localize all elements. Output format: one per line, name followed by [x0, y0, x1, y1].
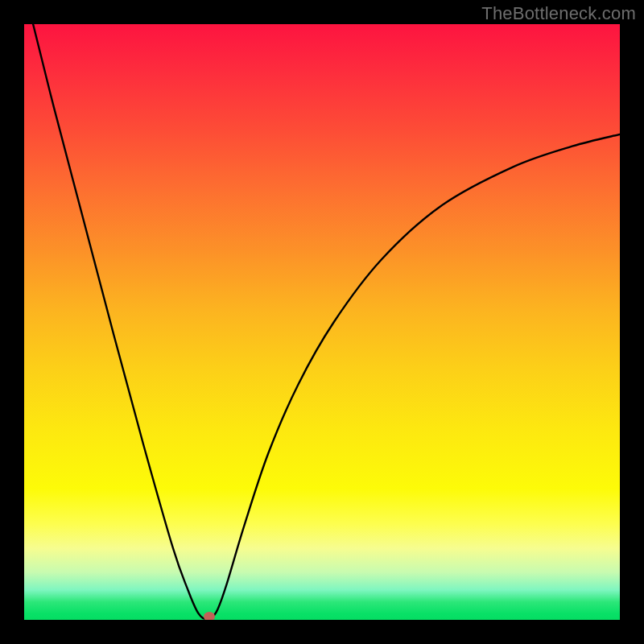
bottleneck-curve [33, 24, 620, 619]
curve-svg [24, 24, 620, 620]
chart-frame: TheBottleneck.com [0, 0, 644, 644]
plot-area [24, 24, 620, 620]
watermark-text: TheBottleneck.com [481, 3, 636, 24]
optimum-marker [204, 612, 215, 620]
